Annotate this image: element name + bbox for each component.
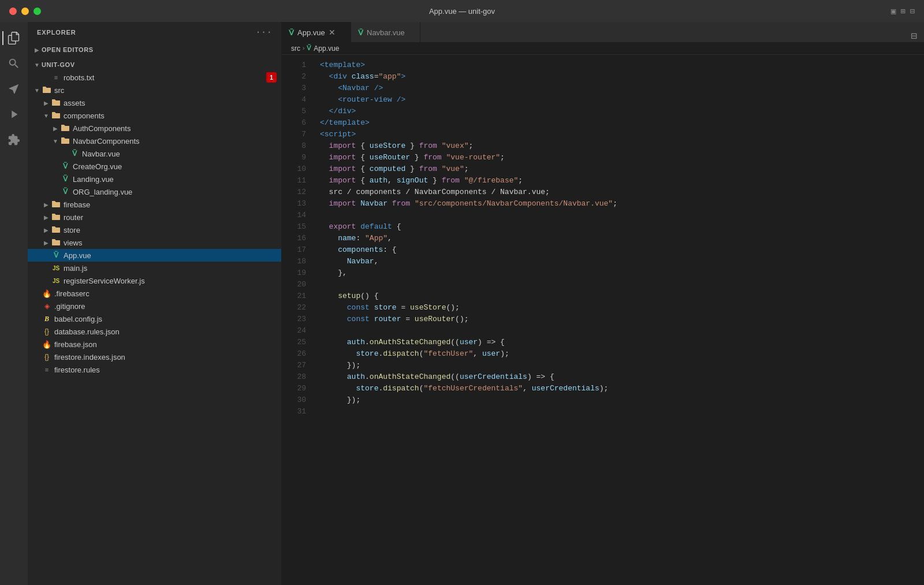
code-line <box>320 210 916 221</box>
activity-source-control[interactable] <box>2 77 25 100</box>
close-button[interactable] <box>9 8 17 15</box>
file-badge: 1 <box>266 72 277 83</box>
folder-label: assets <box>64 99 85 107</box>
code-line: auth.onAuthStateChanged((userCredentials… <box>320 371 916 383</box>
vue-icon: V̈ <box>51 251 61 259</box>
code-line: import Navbar from "src/components/Navba… <box>320 198 916 210</box>
activity-bar <box>0 22 28 585</box>
sidebar-content[interactable]: ▶ OPEN EDITORS ▼ UNIT-GOV ≡ robots.txt <box>28 42 281 585</box>
folder-label: router <box>64 213 83 222</box>
file-label: database.rules.json <box>54 327 120 336</box>
file-robots-txt[interactable]: ≡ robots.txt 1 <box>28 71 281 84</box>
code-line <box>320 279 916 290</box>
code-line: auth.onAuthStateChanged((user) => { <box>320 337 916 348</box>
folder-icon <box>51 225 61 234</box>
activity-search[interactable] <box>2 52 25 75</box>
js-icon: JS <box>51 278 61 284</box>
folder-label: store <box>64 226 80 234</box>
code-content[interactable]: <template> <div class="app"> <Navbar /> … <box>311 55 916 585</box>
breadcrumb-sep: › <box>303 45 304 51</box>
vue-tab-icon: V̈ <box>289 28 294 37</box>
file-createorg-vue[interactable]: V̈ CreateOrg.vue <box>28 160 281 173</box>
code-line: }); <box>320 394 916 406</box>
code-editor[interactable]: 12345 678910 1112131415 1617181920 21222… <box>282 55 924 585</box>
folder-label: components <box>64 111 105 120</box>
maximize-button[interactable] <box>33 8 41 15</box>
file-org-landing-vue[interactable]: V̈ ORG_landing.vue <box>28 185 281 198</box>
folder-label: firebase <box>64 200 90 209</box>
folder-icon <box>51 200 61 209</box>
folder-store[interactable]: ▶ store <box>28 223 281 236</box>
sidebar-toggle-icon[interactable]: ▣ <box>891 6 896 16</box>
code-line: import { useStore } from "vuex"; <box>320 140 916 152</box>
breadcrumb-src[interactable]: src <box>291 44 300 53</box>
code-line: <router-view /> <box>320 94 916 106</box>
layout-icon[interactable]: ⊞ <box>900 6 905 16</box>
activity-explorer[interactable] <box>2 27 25 50</box>
sidebar-more-button[interactable]: ··· <box>255 27 272 38</box>
code-line: store.dispatch("fetchUserCredentials", u… <box>320 383 916 394</box>
folder-auth-components[interactable]: ▶ AuthComponents <box>28 122 281 135</box>
file-label: robots.txt <box>64 73 94 82</box>
file-firestore-rules[interactable]: ≡ firestore.rules <box>28 363 281 376</box>
file-landing-vue[interactable]: V̈ Landing.vue <box>28 173 281 185</box>
folder-components[interactable]: ▼ components <box>28 109 281 122</box>
split-editor-button[interactable]: ⊟ <box>911 29 924 42</box>
file-main-js[interactable]: JS main.js <box>28 262 281 274</box>
code-line: Navbar, <box>320 256 916 267</box>
vue-icon: V̈ <box>60 188 70 196</box>
folder-router[interactable]: ▶ router <box>28 211 281 223</box>
code-line: const router = useRouter(); <box>320 314 916 325</box>
breadcrumb-file[interactable]: App.vue <box>314 44 339 53</box>
txt-icon: ≡ <box>51 74 61 81</box>
file-label: ORG_landing.vue <box>73 188 132 196</box>
folder-navbar-components[interactable]: ▼ NavbarComponents <box>28 135 281 147</box>
file-register-sw[interactable]: JS registerServiceWorker.js <box>28 274 281 287</box>
main-layout: EXPLORER ··· ▶ OPEN EDITORS ▼ UNIT-GOV <box>0 22 924 585</box>
file-database-rules[interactable]: {} database.rules.json <box>28 325 281 338</box>
file-firebase-json[interactable]: 🔥 firebase.json <box>28 338 281 351</box>
split-icon[interactable]: ⊟ <box>910 6 915 16</box>
file-babel-config[interactable]: B babel.config.js <box>28 312 281 325</box>
tab-close-button[interactable]: ✕ <box>329 28 336 37</box>
project-arrow: ▼ <box>32 62 42 68</box>
code-line: import { computed } from "vue"; <box>320 163 916 175</box>
code-line: </div> <box>320 106 916 117</box>
file-app-vue[interactable]: V̈ App.vue <box>28 249 281 262</box>
activity-extensions[interactable] <box>2 128 25 151</box>
js-icon: JS <box>51 265 61 271</box>
tab-navbar-vue[interactable]: V̈ Navbar.vue <box>351 22 420 42</box>
project-label: UNIT-GOV <box>42 61 75 68</box>
file-label: registerServiceWorker.js <box>64 277 145 285</box>
code-line: <Navbar /> <box>320 83 916 94</box>
fire-icon: 🔥 <box>42 340 52 349</box>
folder-assets[interactable]: ▶ assets <box>28 96 281 109</box>
breadcrumb-vue-icon: V̈ <box>307 44 311 52</box>
tab-app-vue[interactable]: V̈ App.vue ✕ <box>282 22 351 42</box>
minimize-button[interactable] <box>21 8 29 15</box>
tab-label: Navbar.vue <box>367 28 405 37</box>
code-line: <script> <box>320 129 916 140</box>
file-firestore-indexes[interactable]: {} firestore.indexes.json <box>28 351 281 363</box>
open-editors-header[interactable]: ▶ OPEN EDITORS <box>28 43 281 56</box>
file-firebaserc[interactable]: 🔥 .firebaserc <box>28 287 281 300</box>
file-label: Navbar.vue <box>82 150 120 158</box>
folder-views[interactable]: ▶ views <box>28 236 281 249</box>
editor-scrollbar[interactable] <box>916 55 924 585</box>
folder-src[interactable]: ▼ src <box>28 84 281 96</box>
file-label: firestore.indexes.json <box>54 353 125 362</box>
file-gitignore[interactable]: ◈ .gitignore <box>28 300 281 312</box>
vue-tab-icon: V̈ <box>358 28 363 37</box>
folder-firebase[interactable]: ▶ firebase <box>28 198 281 211</box>
code-line: <template> <box>320 59 916 71</box>
code-line: src / components / NavbarComponents / Na… <box>320 187 916 198</box>
activity-run[interactable] <box>2 103 25 126</box>
fire-icon: 🔥 <box>42 289 52 298</box>
window-title: App.vue — unit-gov <box>429 7 495 16</box>
file-navbar-vue-inner[interactable]: V̈ Navbar.vue <box>28 147 281 160</box>
file-label: firebase.json <box>54 340 97 349</box>
code-line: components: { <box>320 244 916 256</box>
code-line: setup() { <box>320 290 916 302</box>
breadcrumb: src › V̈ App.vue <box>282 42 924 55</box>
project-header[interactable]: ▼ UNIT-GOV <box>28 58 281 71</box>
